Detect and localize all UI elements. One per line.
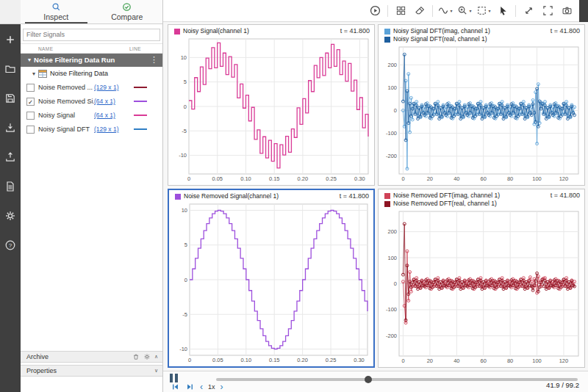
signal-dims-link[interactable]: (64 x 1)	[94, 98, 129, 105]
clear-plots-button[interactable]	[411, 2, 429, 20]
signal-group-label: Noise Filtering Data	[50, 70, 108, 77]
time-cursor-label: t = 41.800	[340, 192, 369, 200]
signal-line-swatch	[134, 115, 147, 116]
fullscreen-button[interactable]	[539, 2, 556, 20]
gear-icon[interactable]	[143, 353, 151, 360]
run-menu-button[interactable]: ⋮	[150, 55, 158, 65]
camera-icon	[562, 5, 573, 16]
legend-label: Noise Removed DFT(imag, channel 1)	[393, 192, 500, 200]
properties-collapse-icon[interactable]: ∨	[154, 368, 158, 374]
plot-noisy-signal-dft[interactable]: Noisy Signal DFT(imag, channel 1)Noisy S…	[378, 24, 585, 186]
more-tools-button[interactable]	[579, 0, 588, 22]
update-run-button[interactable]	[366, 2, 384, 20]
svg-text:0.20: 0.20	[297, 357, 308, 363]
svg-text:-10: -10	[179, 346, 187, 352]
chart-canvas[interactable]: -10-5051000.050.100.150.200.250.30	[170, 36, 373, 184]
svg-text:100: 100	[387, 255, 397, 261]
zoom-button[interactable]: ▾	[456, 2, 473, 20]
plot-noise-removed-signal[interactable]: Noise Removed Signal(channel 1)t = 41.80…	[168, 189, 375, 368]
signal-visibility-checkbox[interactable]	[26, 126, 35, 134]
signal-group-row[interactable]: ▾ Noise Filtering Data	[21, 67, 162, 81]
chart-canvas[interactable]: -200-1000100200020406080100120	[380, 44, 583, 184]
signal-line-swatch	[134, 128, 147, 130]
svg-text:100: 100	[532, 175, 542, 182]
svg-text:40: 40	[453, 175, 459, 182]
chart-canvas[interactable]: -200-1000100200020406080100120	[380, 208, 583, 366]
archive-section-header[interactable]: Archive ∧	[21, 351, 162, 363]
signal-row[interactable]: Noisy Signal DFT(129 x 1)	[21, 123, 162, 137]
playback-slider-handle[interactable]	[365, 376, 372, 383]
svg-text:0: 0	[184, 277, 187, 283]
legend-label: Noisy Signal DFT(imag, channel 1)	[393, 27, 490, 35]
layout-grid-button[interactable]	[392, 2, 409, 20]
legend-swatch	[384, 201, 390, 207]
import-button[interactable]	[4, 121, 17, 134]
add-button[interactable]	[4, 33, 17, 46]
run-header-label: Noise Filtering Data Run	[34, 56, 115, 64]
legend-item: Noise Removed Signal(channel 1)	[175, 192, 279, 200]
step-forward-icon[interactable]	[185, 382, 195, 391]
signal-row[interactable]: Noisy Signal(64 x 1)	[21, 109, 162, 123]
playback-position-label: 41.9 / 99.2	[546, 381, 579, 389]
svg-text:0.20: 0.20	[298, 175, 309, 182]
tab-inspect[interactable]: Inspect	[21, 0, 92, 23]
open-button[interactable]	[4, 62, 17, 75]
save-button[interactable]	[4, 92, 17, 104]
group-collapse-caret-icon[interactable]: ▾	[32, 70, 35, 77]
svg-text:0.15: 0.15	[269, 357, 280, 363]
signal-dims-link[interactable]: (129 x 1)	[94, 84, 129, 91]
plus-icon	[4, 34, 16, 46]
signal-dims-link[interactable]: (129 x 1)	[94, 126, 129, 133]
signal-style-button[interactable]: ▾	[437, 2, 454, 20]
help-button[interactable]: ?	[4, 239, 17, 251]
plot-legend: Noise Removed DFT(imag, channel 1)Noise …	[384, 192, 500, 208]
chart-svg: -10-5051000.050.100.150.200.250.30	[170, 36, 373, 184]
svg-text:-10: -10	[179, 152, 187, 159]
archive-collapse-icon[interactable]: ∧	[154, 354, 158, 360]
signal-list: Noise Removed ...(129 x 1)✓Noise Removed…	[21, 81, 162, 137]
check-circle-icon	[122, 2, 132, 12]
snapshot-button[interactable]	[558, 2, 576, 20]
svg-text:200: 200	[387, 228, 397, 235]
signal-dims-link[interactable]: (64 x 1)	[94, 112, 129, 119]
svg-text:-100: -100	[386, 306, 397, 313]
svg-text:100: 100	[387, 84, 397, 91]
properties-section-header[interactable]: Properties ∨	[21, 365, 162, 377]
plot-noisy-signal[interactable]: Noisy Signal(channel 1)t = 41.800 -10-50…	[168, 24, 375, 186]
slower-button[interactable]: ‹	[200, 383, 203, 391]
fit-to-view-button[interactable]: ▾	[475, 2, 492, 20]
tab-compare-label: Compare	[111, 12, 143, 21]
plot-noise-removed-dft[interactable]: Noise Removed DFT(imag, channel 1)Noise …	[378, 189, 585, 368]
step-back-icon[interactable]	[171, 382, 180, 391]
svg-text:120: 120	[559, 175, 569, 182]
signal-visibility-checkbox[interactable]	[26, 112, 35, 120]
svg-text:0: 0	[394, 280, 397, 287]
tab-compare[interactable]: Compare	[92, 0, 163, 23]
signal-visibility-checkbox[interactable]	[26, 84, 35, 92]
plot-legend: Noisy Signal DFT(imag, channel 1)Noisy S…	[384, 27, 490, 43]
svg-text:100: 100	[532, 357, 542, 364]
filter-signals-input[interactable]	[23, 29, 160, 41]
cursor-arrow-icon	[498, 5, 509, 16]
svg-text:5: 5	[184, 79, 187, 85]
preferences-button[interactable]	[4, 209, 17, 222]
svg-text:0.25: 0.25	[326, 175, 337, 182]
legend-swatch	[384, 37, 390, 43]
run-collapse-caret-icon[interactable]: ▾	[28, 57, 31, 63]
chevron-down-icon: ▾	[450, 8, 452, 13]
chart-canvas[interactable]: -10-5051000.050.100.150.200.250.30	[171, 201, 372, 365]
playback-slider[interactable]	[216, 378, 578, 381]
signal-row[interactable]: ✓Noise Removed Si...(64 x 1)	[21, 95, 162, 109]
signal-row[interactable]: Noise Removed ...(129 x 1)	[21, 81, 162, 95]
create-report-button[interactable]	[4, 180, 17, 192]
pause-button[interactable]	[170, 374, 178, 382]
question-icon: ?	[4, 239, 16, 251]
pointer-button[interactable]	[494, 2, 512, 20]
signal-visibility-checkbox[interactable]: ✓	[26, 98, 35, 106]
run-header[interactable]: ▾ Noise Filtering Data Run ⋮	[21, 54, 162, 67]
svg-text:0.30: 0.30	[354, 357, 365, 363]
export-button[interactable]	[4, 150, 17, 163]
pan-button[interactable]	[520, 2, 537, 20]
trash-icon[interactable]	[132, 353, 140, 360]
faster-button[interactable]: ›	[220, 383, 223, 391]
